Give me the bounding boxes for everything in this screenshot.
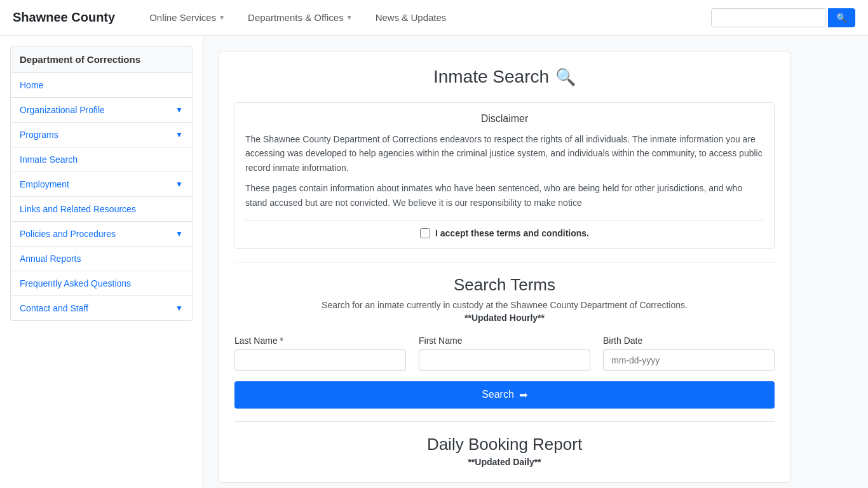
sidebar-item-links[interactable]: Links and Related Resources xyxy=(11,197,192,222)
search-icon: 🔍 xyxy=(836,13,847,23)
divider-2 xyxy=(234,421,775,422)
sidebar-item-contact[interactable]: Contact and Staff ▼ xyxy=(11,296,192,320)
first-name-group: First Name xyxy=(419,336,590,371)
birth-date-group: Birth Date xyxy=(603,336,775,371)
sidebar-item-org-profile[interactable]: Organizational Profile ▼ xyxy=(11,98,192,123)
search-terms-title: Search Terms xyxy=(234,275,775,295)
sidebar-item-inmate-search[interactable]: Inmate Search xyxy=(11,147,192,172)
last-name-group: Last Name * xyxy=(234,336,406,371)
last-name-input[interactable] xyxy=(234,349,406,371)
page-layout: Department of Corrections Home Organizat… xyxy=(0,36,868,488)
nav-item-online-services: Online Services ▼ xyxy=(140,7,234,28)
sidebar-item-policies[interactable]: Policies and Procedures ▼ xyxy=(11,222,192,247)
sidebar-item-annual-reports[interactable]: Annual Reports xyxy=(11,247,192,271)
search-form-row: Last Name * First Name Birth Date xyxy=(234,336,775,371)
sidebar-title: Department of Corrections xyxy=(10,46,193,73)
disclaimer-paragraph-2: These pages contain information about in… xyxy=(245,181,764,210)
search-form: 🔍 xyxy=(711,8,855,27)
terms-checkbox[interactable] xyxy=(420,228,430,238)
search-button[interactable]: Search ➡ xyxy=(234,381,775,409)
search-input[interactable] xyxy=(711,8,825,27)
sidebar-item-programs[interactable]: Programs ▼ xyxy=(11,123,192,147)
terms-row: I accept these terms and conditions. xyxy=(245,220,764,238)
sidebar-item-employment[interactable]: Employment ▼ xyxy=(11,172,192,197)
terms-label: I accept these terms and conditions. xyxy=(435,228,589,238)
brand-link[interactable]: Shawnee County xyxy=(13,10,115,25)
nav-link-news[interactable]: News & Updates xyxy=(367,7,456,28)
birth-date-input[interactable] xyxy=(603,349,775,371)
search-terms-updated: **Updated Hourly** xyxy=(234,313,775,323)
main-content: Inmate Search 🔍 Disclaimer The Shawnee C… xyxy=(203,36,868,488)
disclaimer-paragraph-1: The Shawnee County Department of Correct… xyxy=(245,132,764,175)
search-icon: 🔍 xyxy=(555,67,576,87)
daily-booking-title: Daily Booking Report xyxy=(234,435,775,454)
disclaimer-title: Disclaimer xyxy=(245,113,764,125)
birth-date-label: Birth Date xyxy=(603,336,775,346)
disclaimer-box: Disclaimer The Shawnee County Department… xyxy=(234,102,775,249)
chevron-down-icon: ▼ xyxy=(346,14,353,21)
chevron-right-icon: ▼ xyxy=(175,130,183,139)
chevron-down-icon: ▼ xyxy=(219,14,225,21)
content-card: Inmate Search 🔍 Disclaimer The Shawnee C… xyxy=(219,51,790,483)
nav-item-departments: Departments & Offices ▼ xyxy=(239,7,362,28)
chevron-right-icon: ▼ xyxy=(175,180,183,189)
first-name-label: First Name xyxy=(419,336,590,346)
nav-item-news: News & Updates xyxy=(367,7,456,28)
sidebar: Department of Corrections Home Organizat… xyxy=(0,36,203,488)
search-terms-subtitle: Search for an inmate currently in custod… xyxy=(234,300,775,310)
chevron-right-icon: ▼ xyxy=(175,105,183,114)
nav-link-departments[interactable]: Departments & Offices ▼ xyxy=(239,7,362,28)
search-button[interactable]: 🔍 xyxy=(828,8,855,27)
last-name-label: Last Name * xyxy=(234,336,406,346)
sidebar-menu: Home Organizational Profile ▼ Programs ▼… xyxy=(10,73,193,321)
nav-menu: Online Services ▼ Departments & Offices … xyxy=(140,7,711,28)
chevron-right-icon: ▼ xyxy=(175,304,183,313)
nav-link-online-services[interactable]: Online Services ▼ xyxy=(140,7,234,28)
chevron-right-icon: ▼ xyxy=(175,229,183,238)
daily-booking-updated: **Updated Daily** xyxy=(234,457,775,467)
sidebar-item-faq[interactable]: Frequently Asked Questions xyxy=(11,271,192,296)
sidebar-item-home[interactable]: Home xyxy=(11,73,192,98)
arrow-circle-icon: ➡ xyxy=(519,389,527,401)
navbar: Shawnee County Online Services ▼ Departm… xyxy=(0,0,868,36)
first-name-input[interactable] xyxy=(419,349,590,371)
divider-1 xyxy=(234,262,775,262)
page-title: Inmate Search 🔍 xyxy=(234,67,775,87)
